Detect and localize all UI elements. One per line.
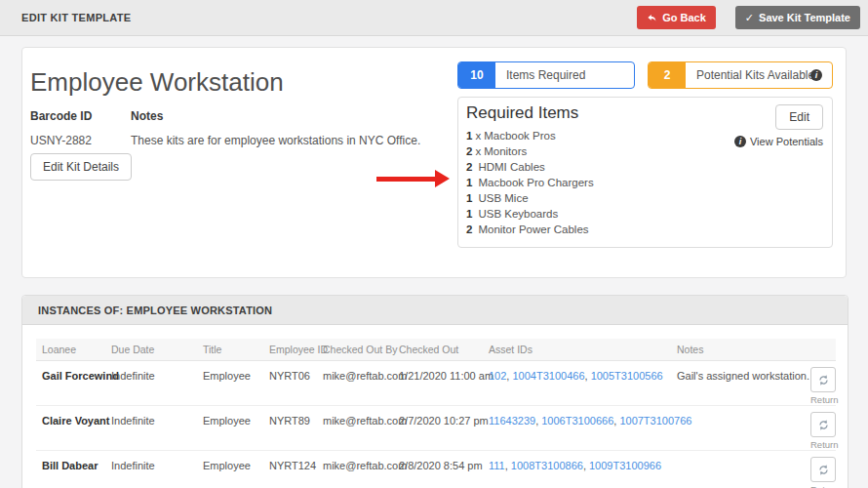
required-item: 1Macbook Pro Chargers — [466, 175, 594, 190]
required-item: 2HDMI Cables — [466, 159, 594, 175]
cell-checked-out-by: mike@reftab.com — [317, 361, 393, 406]
required-items-list: 1xMacbook Pros 2xMonitors 2HDMI Cables 1… — [466, 128, 594, 237]
column-header: Checked Out — [393, 339, 483, 361]
column-header: Checked Out By — [317, 339, 393, 361]
cell-asset-ids: 102, 1004T3100466, 1005T3100566 — [483, 361, 671, 406]
return-label: Return — [810, 484, 836, 488]
notes-label: Notes — [131, 109, 163, 123]
cell-checked-out: 1/21/2020 11:00 am — [393, 361, 483, 406]
cell-employee-id: NYRT06 — [263, 361, 317, 406]
asset-id-link[interactable]: 102 — [489, 370, 506, 382]
cell-checked-out-by: mike@reftab.com — [317, 451, 393, 488]
required-item: 1USB Mice — [466, 190, 594, 206]
column-header: Employee ID — [263, 339, 317, 361]
return-sync-icon — [817, 374, 830, 386]
required-item: 2Monitor Power Cables — [466, 222, 594, 237]
asset-id-link[interactable]: 1006T3100666 — [541, 415, 613, 427]
cell-notes — [671, 451, 810, 488]
cell-employee-id: NYRT124 — [263, 451, 317, 488]
top-bar: EDIT KIT TEMPLATE Go Back ✓ Save Kit Tem… — [0, 0, 868, 36]
check-icon: ✓ — [745, 13, 754, 23]
cell-actions: Return — [810, 361, 836, 406]
cell-due-date: Indefinite — [105, 361, 197, 406]
cell-title: Employee — [197, 361, 263, 406]
save-kit-template-button[interactable]: ✓ Save Kit Template — [735, 6, 860, 29]
table-row: Gail Forcewind Indefinite Employee NYRT0… — [36, 361, 836, 406]
view-potentials-link[interactable]: i View Potentials — [734, 136, 823, 147]
cell-checked-out-by: mike@reftab.com — [317, 406, 393, 451]
cell-checked-out: 2/8/2020 8:54 pm — [393, 451, 483, 488]
info-icon[interactable]: i — [810, 69, 822, 81]
view-potentials-label: View Potentials — [750, 136, 823, 147]
item-name: HDMI Cables — [478, 161, 544, 173]
item-name: USB Mice — [478, 192, 528, 204]
instances-title: INSTANCES OF: EMPLOYEE WORKSTATION — [22, 296, 848, 325]
arrow-shaft — [376, 177, 435, 182]
column-header: Notes — [671, 339, 810, 361]
kit-title: Employee Workstation — [30, 69, 284, 95]
edit-kit-details-button[interactable]: Edit Kit Details — [30, 153, 132, 181]
cell-asset-ids: 111, 1008T3100866, 1009T3100966 — [483, 451, 671, 488]
item-name: Monitors — [484, 145, 527, 157]
item-qty: 1 — [466, 208, 472, 220]
barcode-id-label: Barcode ID — [30, 109, 92, 123]
asset-id-links: 11643239, 1006T3100666, 1007T3100766 — [489, 415, 691, 427]
item-qty: 1 — [466, 177, 472, 188]
item-separator: x — [475, 145, 481, 157]
asset-id-link[interactable]: 11643239 — [489, 415, 535, 427]
item-name: Macbook Pro Chargers — [478, 177, 593, 188]
cell-loanee: Bill Dabear — [36, 451, 105, 488]
asset-id-link[interactable]: 111 — [489, 460, 505, 471]
return-label: Return — [810, 439, 836, 450]
return-button[interactable] — [810, 367, 836, 392]
barcode-id-value: USNY-2882 — [30, 134, 92, 147]
item-separator: x — [475, 130, 481, 142]
cell-actions: Return — [810, 406, 836, 451]
instances-table: LoaneeDue DateTitleEmployee IDChecked Ou… — [36, 339, 836, 488]
asset-id-link[interactable]: 1007T3100766 — [619, 415, 691, 427]
cell-title: Employee — [197, 451, 263, 488]
return-button[interactable] — [810, 412, 836, 437]
cell-loanee: Claire Voyant — [36, 406, 105, 451]
column-header — [810, 339, 836, 361]
asset-id-link[interactable]: 1004T3100466 — [512, 370, 584, 382]
asset-id-link[interactable]: 1005T3100566 — [591, 370, 663, 382]
cell-notes — [671, 406, 810, 451]
cell-checked-out: 2/7/2020 10:27 pm — [393, 406, 483, 451]
edit-required-items-button[interactable]: Edit — [775, 104, 823, 130]
cell-title: Employee — [197, 406, 263, 451]
column-header: Title — [197, 339, 263, 361]
return-button[interactable] — [810, 457, 836, 482]
cell-notes: Gail's assigned workstation. — [671, 361, 810, 406]
cell-loanee: Gail Forcewind — [36, 361, 105, 406]
item-qty: 2 — [466, 224, 472, 235]
return-sync-icon — [817, 419, 830, 431]
asset-id-links: 111, 1008T3100866, 1009T3100966 — [489, 460, 661, 471]
instances-panel: INSTANCES OF: EMPLOYEE WORKSTATION Loane… — [21, 295, 848, 488]
required-item: 2xMonitors — [466, 143, 594, 159]
back-arrow-icon — [647, 13, 657, 23]
save-kit-template-label: Save Kit Template — [759, 12, 850, 23]
potential-kits-count: 2 — [649, 62, 686, 88]
go-back-button[interactable]: Go Back — [637, 6, 716, 29]
required-items-title: Required Items — [466, 103, 578, 123]
asset-id-link[interactable]: 1009T3100966 — [589, 460, 661, 471]
column-header: Loanee — [36, 339, 105, 361]
return-label: Return — [810, 394, 836, 405]
asset-id-links: 102, 1004T3100466, 1005T3100566 — [489, 370, 663, 382]
table-header-row: LoaneeDue DateTitleEmployee IDChecked Ou… — [36, 339, 836, 361]
red-arrow-annotation — [376, 170, 450, 187]
table-row: Bill Dabear Indefinite Employee NYRT124 … — [36, 451, 836, 488]
cell-asset-ids: 11643239, 1006T3100666, 1007T3100766 — [483, 406, 671, 451]
page-title: EDIT KIT TEMPLATE — [21, 12, 131, 23]
return-sync-icon — [817, 464, 830, 476]
items-required-count: 10 — [458, 62, 495, 88]
column-header: Asset IDs — [483, 339, 671, 361]
items-required-box[interactable]: 10 Items Required — [457, 61, 635, 89]
item-qty: 1 — [466, 130, 472, 142]
asset-id-link[interactable]: 1008T3100866 — [511, 460, 583, 471]
item-qty: 1 — [466, 192, 472, 204]
item-name: USB Keyboards — [478, 208, 558, 220]
potential-kits-label: Potential Kits Available — [696, 68, 814, 82]
potential-kits-box[interactable]: 2 Potential Kits Available i — [648, 61, 833, 89]
